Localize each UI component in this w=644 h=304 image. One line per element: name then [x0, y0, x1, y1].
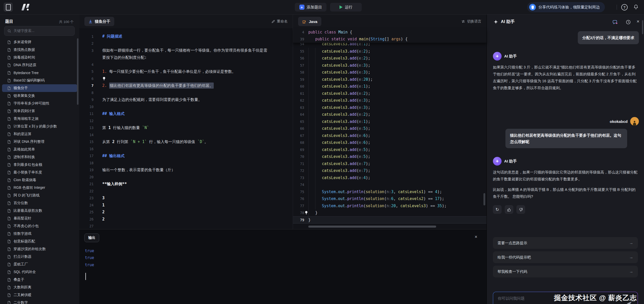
sidebar-item[interactable]: 打点计数器: [2, 253, 77, 261]
document-icon: [7, 209, 11, 213]
sidebar-item[interactable]: 阿 D 的飞行路线: [2, 192, 77, 199]
ai-panel-title: AI 助手: [493, 19, 515, 25]
line-number: 27: [79, 224, 94, 228]
regenerate-button[interactable]: ↻: [493, 205, 502, 214]
problem-line: 51. 每一只猫至少要分配一斤鱼干，鱼干分配最小单位是斤，必须保证是整数。: [79, 68, 293, 75]
sidebar-item[interactable]: 进制求和转换: [2, 153, 77, 161]
code-line: 59catsLevels3.add(e:20);: [293, 76, 487, 83]
suggestion-chip[interactable]: 需要一点思路提示→: [493, 237, 638, 249]
sidebar-item-active[interactable]: 猫鱼分干: [2, 84, 77, 92]
sticky-scroll-lines[interactable]: 4public class Main {39public static void…: [293, 29, 487, 43]
code-line-text: catsLevels3.add(e:2);: [308, 56, 370, 61]
line-number: 54: [293, 43, 304, 46]
new-chat-icon[interactable]: [613, 19, 618, 25]
line-number: 11: [79, 112, 94, 116]
suggestion-label: 需要一点思路提示: [498, 241, 527, 245]
topbar: + 添加题目 运行 分享代码练习体验，领限量定制周边 ?: [0, 0, 644, 15]
code-line-text: catsLevels3.add(e:1);: [308, 119, 370, 124]
sidebar-item[interactable]: 猜数字游戏: [2, 230, 77, 238]
sidebar-item-label: 简单四则计算: [14, 109, 35, 113]
suggestion-label: 帮我检查一下代码: [498, 269, 527, 274]
code-line-text: System.out.println(solution(n:6, catsLev…: [308, 196, 444, 201]
code-line: 78}: [293, 209, 487, 217]
sidebar-item[interactable]: 简单四则计算: [2, 107, 77, 115]
document-icon: [7, 255, 11, 259]
code-vertical-scrollbar[interactable]: [483, 193, 485, 205]
suggestion-chip[interactable]: 给我一些代码提示吧→: [493, 251, 638, 263]
problem-line: 2: [79, 40, 293, 47]
output-close-icon[interactable]: ×: [474, 235, 477, 239]
sidebar-item[interactable]: 及格如此简单: [2, 146, 77, 153]
line-number: 20: [79, 175, 94, 179]
add-problem-button[interactable]: + 添加题目: [295, 3, 326, 11]
sidebar-item[interactable]: 青海湖租车之旅: [2, 115, 77, 123]
sidebar-item[interactable]: RGB 色值转 Integer: [2, 184, 77, 192]
switch-language-button[interactable]: 切换语言: [461, 14, 481, 29]
sidebar-item[interactable]: Bytedance Tree: [2, 69, 77, 77]
help-icon[interactable]: ?: [621, 4, 628, 10]
suggestion-chip[interactable]: 帮我检查一下代码→: [493, 266, 638, 277]
sidebar-item[interactable]: 比赛最高获胜次数: [2, 207, 77, 215]
sidebar-item-label: 二分数字: [14, 300, 28, 304]
marscode-practice-app: + 添加题目 运行 分享代码练习体验，领限量定制周边 ? 题目 共 100 个 …: [0, 0, 644, 304]
sidebar-scrollbar[interactable]: [77, 38, 78, 105]
sidebar-item[interactable]: 多米诺骨牌: [2, 38, 77, 46]
sidebar-item[interactable]: 穿越沙漠的补给次数: [2, 245, 77, 253]
sidebar-item[interactable]: 大数和距离: [2, 284, 77, 291]
plus-icon: +: [299, 5, 304, 10]
code-line: 54catsLevels3.add(e:1);: [293, 43, 487, 48]
sidebar-item[interactable]: 不再贪心的小包: [2, 222, 77, 230]
lightbulb-icon: [304, 211, 308, 215]
problem-line: 241: [79, 202, 293, 209]
user-message-bubble: 猫比他们邻居有更高等级值的分配的鱼干要多于他们的邻居。这句怎么理解呢: [505, 129, 627, 148]
code-line-text: catsLevels3.add(e:3);: [308, 70, 370, 75]
sidebar-item[interactable]: 创意标题匹配: [2, 238, 77, 245]
language-tab-java[interactable]: Java: [298, 17, 321, 26]
sidebar-item[interactable]: 暴雨梨花针: [2, 215, 77, 222]
sidebar-item[interactable]: Cion 勒索病毒: [2, 176, 77, 184]
thumbs-down-button[interactable]: [516, 205, 525, 214]
problem-editor[interactable]: 1# 问题描述23假如有一群猫排成一行，要分配鱼干，每一只猫都有一个等级值。你作…: [79, 29, 293, 230]
run-button[interactable]: 运行: [330, 3, 362, 11]
sidebar-item[interactable]: SQL 代码补全: [2, 268, 77, 276]
sidebar-item[interactable]: 字符串有多少种可能性: [2, 100, 77, 107]
thumbs-up-button[interactable]: [505, 205, 513, 214]
sidebar-item[interactable]: 二叉树供暖: [2, 291, 77, 299]
close-icon[interactable]: ×: [637, 19, 639, 24]
sidebar-item[interactable]: 百分位数: [2, 199, 77, 207]
code-line-text: catsLevels3.add(e:3);: [308, 105, 370, 110]
problem-line: 17## 输出格式: [79, 153, 293, 160]
sidebar-toggle-button[interactable]: [4, 3, 13, 12]
code-horizontal-scrollbar[interactable]: [308, 226, 436, 228]
sidebar-item[interactable]: 和的逆运算: [2, 130, 77, 138]
sidebar-item[interactable]: 二分数字: [2, 299, 77, 304]
bell-icon[interactable]: [633, 4, 639, 9]
code-editor[interactable]: 55catsLevels3.add(e:2);56catsLevels3.add…: [293, 48, 487, 224]
sidebar-item[interactable]: 环状 DNA 序列整理: [2, 138, 77, 146]
document-icon: [7, 163, 11, 167]
sidebar-item[interactable]: 最小替换子串长度: [2, 169, 77, 176]
sidebar-item[interactable]: 拿到最多红包金额: [2, 161, 77, 169]
promo-banner[interactable]: 分享代码练习体验，领限量定制周边: [527, 2, 605, 12]
sidebar-item[interactable]: 叠盘子: [2, 276, 77, 284]
ai-scrollbar[interactable]: [642, 20, 643, 34]
chat-message-ai: AI 助手如果第六只猫分配 3 斤，那么它就不满足“猫比他们邻居有更高等级值的分…: [493, 52, 639, 91]
document-icon: [7, 301, 11, 304]
sidebar-item[interactable]: 查找热点数据: [2, 46, 77, 54]
document-icon: [7, 224, 11, 228]
sidebar-item[interactable]: DNA 序列还原: [2, 61, 77, 69]
output-tab[interactable]: 输出: [84, 233, 99, 242]
code-line-text: }: [308, 218, 311, 222]
code-line: 55catsLevels3.add(e:2);: [293, 48, 487, 55]
code-line-text: System.out.println(solution(n:20, catsLe…: [308, 204, 447, 208]
sidebar-item[interactable]: 病毒感染时间: [2, 54, 77, 61]
rename-button[interactable]: 重命名: [271, 14, 288, 29]
sidebar-item[interactable]: 蛋糕工厂: [2, 261, 77, 268]
sidebar-item[interactable]: Base32 编码和解码: [2, 77, 77, 84]
problem-tab[interactable]: 猫鱼分干: [84, 17, 114, 26]
problem-line: 14: [79, 131, 293, 138]
history-icon[interactable]: [626, 19, 631, 25]
sidebar-item[interactable]: 计算位置 x 到 y 的最少步数: [2, 123, 77, 130]
search-input[interactable]: 关键字搜索...: [4, 26, 75, 36]
sidebar-item[interactable]: 链表聚集交换: [2, 92, 77, 100]
